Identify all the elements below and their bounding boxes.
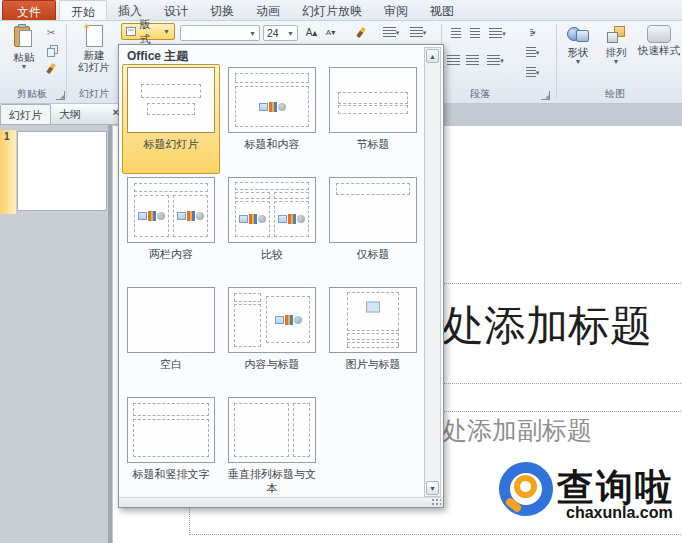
watermark-domain: chaxunla.com [566, 504, 673, 522]
gallery-resize-grip [431, 498, 441, 505]
convert-smartart-arrow: ▾ [536, 69, 540, 76]
slides-group-label: 幻灯片 [70, 87, 118, 101]
layout-button[interactable]: 版式 ▼ [121, 23, 175, 40]
layout-option-title[interactable]: 标题幻灯片 [122, 64, 220, 174]
layout-label: 图片与标题 [325, 358, 421, 372]
new-slide-button[interactable]: ✶ 新建 幻灯片 [72, 25, 116, 73]
layout-option-title_only[interactable]: 仅标题 [324, 174, 422, 284]
format-painter-button[interactable] [42, 61, 60, 76]
layout-option-vertical_title[interactable]: 垂直排列标题与文本 [223, 394, 321, 504]
layout-thumbnail [127, 67, 215, 133]
content-cluster-icon [236, 87, 308, 126]
bullets-button[interactable]: ▾ [381, 25, 401, 40]
shapes-icon [566, 25, 590, 45]
clear-formatting-icon [356, 27, 366, 38]
layout-option-comparison[interactable]: 比较 [223, 174, 321, 284]
layout-thumbnail [127, 177, 215, 243]
convert-smartart-icon [526, 67, 536, 78]
align-text-arrow: ▾ [536, 49, 540, 56]
arrange-button[interactable]: 排列 ▼ [599, 25, 633, 65]
grow-font-button[interactable]: A▴ [303, 25, 320, 40]
layout-button-icon [126, 27, 136, 36]
increase-indent-button[interactable] [466, 26, 483, 41]
layout-option-two_content[interactable]: 两栏内容 [122, 174, 220, 284]
align-center-button[interactable] [464, 53, 481, 68]
layout-label: 内容与标题 [224, 358, 320, 372]
justify-icon [487, 55, 500, 66]
scroll-up-button[interactable]: ▲ [426, 49, 439, 63]
layout-option-vertical_text[interactable]: 标题和竖排文字 [122, 394, 220, 504]
decrease-indent-button[interactable] [447, 26, 464, 41]
justify-button[interactable]: ▾ [485, 53, 506, 68]
numbering-icon [410, 27, 423, 38]
powerpoint-window: 文件开始插入设计切换动画幻灯片放映审阅视图 粘贴 ▼ ✂ 剪贴板 ✶ 新建 幻灯… [0, 0, 682, 543]
new-slide-icon: ✶ [86, 25, 103, 47]
paste-button[interactable]: 粘贴 ▼ [6, 25, 42, 70]
text-direction-arrow: ▾ [532, 29, 536, 36]
bullets-icon [383, 27, 396, 38]
layout-option-blank[interactable]: 空白 [122, 284, 220, 394]
ribbon-tab-6[interactable]: 幻灯片放映 [291, 0, 373, 20]
format-painter-icon [46, 63, 56, 74]
layout-gallery-menu: Office 主题 标题幻灯片标题和内容节标题两栏内容比较仅标题空白内容与标题图… [118, 44, 444, 508]
quick-styles-label: 快速样式 [638, 44, 680, 56]
layout-option-content_caption[interactable]: 内容与标题 [223, 284, 321, 394]
layout-option-content[interactable]: 标题和内容 [223, 64, 321, 174]
quick-styles-button[interactable]: 快速样式 [636, 25, 682, 56]
ribbon-tab-7[interactable]: 审阅 [373, 0, 419, 20]
picture-icon [366, 302, 380, 313]
cut-icon: ✂ [47, 27, 55, 38]
numbering-arrow: ▾ [423, 29, 427, 36]
content-cluster-icon [275, 202, 308, 236]
paste-dropdown-arrow: ▼ [21, 63, 28, 70]
font-name-combo[interactable]: ▼ [180, 25, 260, 41]
pane-tab-strip: 幻灯片 大纲 × [0, 104, 124, 125]
convert-smartart-button[interactable]: ▾ [521, 65, 544, 80]
layout-label: 比较 [224, 248, 320, 262]
layout-thumbnail [127, 287, 215, 353]
new-slide-label-line2: 幻灯片 [78, 61, 110, 73]
ribbon-tab-8[interactable]: 视图 [419, 0, 465, 20]
shrink-font-button[interactable]: A▾ [322, 25, 339, 40]
align-text-button[interactable]: ▾ [521, 45, 544, 60]
shapes-arrow: ▼ [575, 58, 582, 65]
layout-thumbnail [329, 177, 417, 243]
layout-thumbnail [228, 397, 316, 463]
text-direction-button[interactable]: ⦙⦙▾ [521, 25, 544, 40]
layout-button-label: 版式 [139, 17, 160, 47]
content-cluster-icon [267, 297, 309, 342]
copy-button[interactable] [42, 43, 60, 58]
font-size-combo[interactable]: 24▼ [263, 25, 298, 41]
numbering-button[interactable]: ▾ [408, 25, 428, 40]
content-cluster-icon [236, 202, 269, 236]
clear-formatting-button[interactable] [352, 25, 369, 40]
slide-selection-bar [0, 130, 16, 214]
font-name-arrow: ▼ [249, 30, 256, 37]
increase-indent-icon [470, 28, 480, 39]
clipboard-dialog-launcher[interactable] [56, 91, 65, 100]
paste-label: 粘贴 [14, 51, 35, 63]
line-spacing-button[interactable]: ▾ [487, 26, 508, 41]
align-text-icon [526, 47, 536, 58]
layout-label: 标题和内容 [224, 138, 320, 152]
slide-thumbnail[interactable] [17, 131, 107, 211]
layout-option-section[interactable]: 节标题 [324, 64, 422, 174]
tab-outline[interactable]: 大纲 [51, 104, 89, 124]
layout-option-picture_caption[interactable]: 图片与标题 [324, 284, 422, 394]
layout-dropdown-arrow: ▼ [163, 28, 170, 35]
gallery-resize-bar[interactable] [119, 497, 443, 507]
ribbon-tab-1[interactable]: 开始 [59, 0, 107, 20]
tab-slides[interactable]: 幻灯片 [0, 104, 51, 124]
gallery-scrollbar[interactable]: ▲ ▼ [424, 47, 441, 497]
align-left-button[interactable] [445, 53, 462, 68]
ribbon-tab-file[interactable]: 文件 [2, 0, 56, 20]
layout-thumbnail [228, 287, 316, 353]
ribbon-tab-5[interactable]: 动画 [245, 0, 291, 20]
paragraph-dialog-launcher[interactable] [541, 91, 550, 100]
shapes-button[interactable]: 形状 ▼ [561, 25, 595, 65]
cut-button[interactable]: ✂ [42, 25, 60, 40]
scroll-down-button[interactable]: ▼ [426, 481, 439, 495]
title-placeholder-text: 处添加标题 [442, 298, 652, 354]
layout-label: 标题和竖排文字 [123, 468, 219, 482]
ribbon-tab-4[interactable]: 切换 [199, 0, 245, 20]
